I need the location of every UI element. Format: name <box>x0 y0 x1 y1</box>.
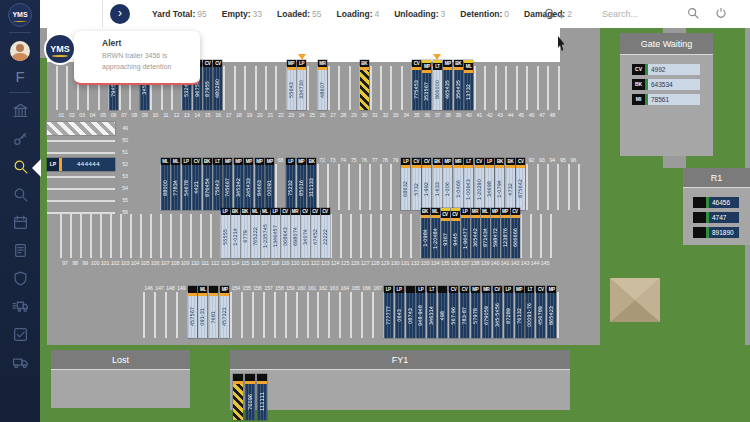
trailer-1346457[interactable]: LP1346457 <box>271 208 280 258</box>
trailer-871434[interactable]: ML871434 <box>481 208 490 258</box>
trailer-311133[interactable]: BK311133 <box>307 158 316 210</box>
profile-letter[interactable]: F <box>15 68 24 85</box>
trailer-365442[interactable]: MR365442 <box>471 208 480 258</box>
trailer-334730[interactable]: LP334730 <box>297 60 306 110</box>
search-input[interactable]: Search... <box>602 9 638 19</box>
alert-popup[interactable]: Alert BRWN trailer 3456 is approaching d… <box>74 31 200 85</box>
trailer-948-948[interactable]: LP948-948 <box>416 286 425 338</box>
trailer-345-5456[interactable]: CV345-5456 <box>493 286 502 338</box>
trailer-57978[interactable]: MP57978 <box>471 286 480 338</box>
trailer-5732[interactable]: CV5732 <box>412 158 421 210</box>
trailer-1-20290[interactable]: CV1-20290 <box>475 158 484 210</box>
trailer-698074[interactable]: MR698074 <box>291 208 300 258</box>
trailer-88000[interactable]: ML88000 <box>161 158 170 210</box>
trailer-865423[interactable]: MP865423 <box>547 286 556 338</box>
queued-trailer-46456[interactable]: 46456 <box>693 197 739 208</box>
sidebar-item-calendar[interactable] <box>0 210 40 238</box>
trailer-1-0214[interactable]: BK1-0214 <box>231 208 240 258</box>
queued-trailer-78561[interactable]: MI78561 <box>632 94 700 105</box>
trailer-68632[interactable]: LP68632 <box>401 158 410 210</box>
trailer-1-00643[interactable]: LT1-00643 <box>464 158 473 210</box>
trailer-1-992[interactable]: CV1-992 <box>422 158 431 210</box>
trailer-1-0794[interactable]: BK1-0794 <box>495 158 504 210</box>
trailer-465435[interactable]: MP465435 <box>443 60 452 110</box>
trailer-111111[interactable]: 111111 <box>257 374 267 420</box>
trailer-1-633[interactable]: BK1-633 <box>433 158 442 210</box>
trailer-356435[interactable]: BK356435 <box>454 60 463 110</box>
trailer-54678[interactable]: LP54678 <box>182 158 191 210</box>
trailer-346314[interactable]: LT346314 <box>427 286 436 338</box>
trailer-091-31[interactable]: ML091-31 <box>198 286 207 338</box>
queued-trailer-4992[interactable]: CV4992 <box>632 64 700 75</box>
trailer-666666[interactable]: CV666666 <box>511 208 520 258</box>
trailer-875642[interactable]: CV875642 <box>516 158 525 210</box>
trailer-598472[interactable]: MP598472 <box>491 208 500 258</box>
trailer-08743[interactable]: 08743 <box>406 286 415 338</box>
trailer-1-96477[interactable]: LP1-96477 <box>461 208 470 258</box>
queued-trailer-891890[interactable]: 891890 <box>693 227 739 238</box>
trailer-7681[interactable]: 7681 <box>209 286 218 338</box>
trailer-13732[interactable]: ML13732 <box>464 60 473 110</box>
trailer-765222[interactable]: ML765222 <box>251 208 260 258</box>
sidebar-item-truck-fast[interactable] <box>0 294 40 322</box>
trailer-457321[interactable]: MP457321 <box>220 286 229 338</box>
trailer-6779[interactable]: BK6779 <box>241 208 250 258</box>
trailer-87289[interactable]: LP87289 <box>504 286 513 338</box>
trailer-00091-76[interactable]: LT00091-76 <box>525 286 534 338</box>
trailer-567-96[interactable]: CV567-96 <box>449 286 458 338</box>
trailer-damaged[interactable] <box>233 374 243 420</box>
trailer-87955[interactable]: CV87955 <box>203 60 212 110</box>
trailer-48607[interactable]: MR48607 <box>318 60 327 110</box>
sidebar-item-truck[interactable] <box>0 350 40 378</box>
trailer-679059[interactable]: MR679059 <box>482 286 491 338</box>
trailer-1-006[interactable]: MP1-006 <box>443 158 452 210</box>
trailer-34074[interactable]: CV34074 <box>301 208 310 258</box>
trailer-9445[interactable]: CV9445 <box>451 208 460 258</box>
trailer-84663[interactable]: MP84663 <box>255 158 264 210</box>
trailer-47452[interactable]: CV47452 <box>311 208 320 258</box>
trailer-775453[interactable]: CV775453 <box>412 60 421 110</box>
trailer-76096[interactable]: 76096 <box>245 374 255 420</box>
trailer-876454[interactable]: BK876454 <box>203 158 212 210</box>
trailer-777777[interactable]: LP777777 <box>384 286 393 338</box>
trailer-745667[interactable]: MP745667 <box>223 158 232 210</box>
trailer-068643[interactable]: CV068643 <box>281 208 290 258</box>
trailer-353567[interactable]: MP353567 <box>422 60 431 110</box>
trailer-75643[interactable]: LT75643 <box>213 158 222 210</box>
trailer-1-20484[interactable]: ML1-20484 <box>431 208 440 258</box>
sidebar-item-key[interactable] <box>0 126 40 154</box>
trailer-76132[interactable]: MP76132 <box>515 286 524 338</box>
trailer-damaged-horizontal[interactable] <box>47 122 115 135</box>
trailer-498[interactable]: 498 <box>438 286 447 338</box>
trailer-77834[interactable]: ML77834 <box>171 158 180 210</box>
trailer-4421[interactable]: CV4421 <box>192 158 201 210</box>
notifications-button[interactable]: ▼ <box>542 6 565 26</box>
trailer-245433[interactable]: MP245433 <box>244 158 253 210</box>
trailer-1-0984[interactable]: BK1-0984 <box>421 208 430 258</box>
trailer-4732[interactable]: BK4732 <box>506 158 515 210</box>
trailer-0643[interactable]: LP0643 <box>395 286 404 338</box>
trailer-55555[interactable]: LP55555 <box>221 208 230 258</box>
trailer-457567[interactable]: 457567 <box>188 286 197 338</box>
trailer-866000[interactable]: LT866000 <box>433 60 442 110</box>
trailer-damaged[interactable]: BK <box>360 60 369 110</box>
search-icon[interactable] <box>686 6 700 24</box>
trailer-480290[interactable]: CV480290 <box>213 60 222 110</box>
avatar[interactable] <box>10 41 30 61</box>
trailer-123876[interactable]: MP123876 <box>501 208 510 258</box>
trailer-1-0466[interactable]: MR1-0466 <box>454 158 463 210</box>
sidebar-item-check-square[interactable] <box>0 322 40 350</box>
sidebar-item-search-active[interactable] <box>0 154 40 182</box>
sidebar-collapse-button[interactable]: › <box>110 4 130 24</box>
queued-trailer-643534[interactable]: BK643534 <box>632 79 700 90</box>
trailer-75232[interactable]: LP75232 <box>286 158 295 210</box>
trailer-55643[interactable]: MP55643 <box>287 60 296 110</box>
trailer-456789[interactable]: CV456789 <box>536 286 545 338</box>
trailer-783-87[interactable]: CV783-87 <box>460 286 469 338</box>
trailer-9367[interactable]: CV9367 <box>441 208 450 258</box>
trailer-00091[interactable]: MP00091 <box>265 158 274 210</box>
trailer-444444[interactable]: LP444444 <box>47 158 115 171</box>
power-icon[interactable] <box>714 6 728 24</box>
trailer-1-235745[interactable]: ML1-235745 <box>261 208 270 258</box>
trailer-85016[interactable]: MP85016 <box>297 158 306 210</box>
